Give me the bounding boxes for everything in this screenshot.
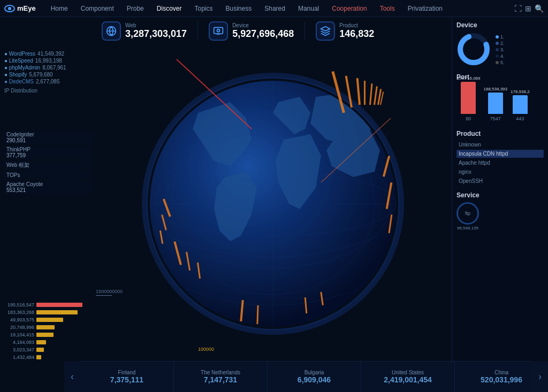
list-item: ● DedeCMS 2,677,085 — [4, 79, 94, 84]
bar-row: 4,164,083 — [2, 340, 83, 345]
product-label: Product — [339, 22, 374, 28]
navbar: mEye Home Component Probe Discover Topic… — [0, 0, 548, 17]
top-stats: Web 3,287,303,017 Device 5,927,696,468 — [0, 17, 548, 45]
device-icon — [209, 21, 228, 41]
globe-labels: CodeIgniter 290,591 ThinkPHP 377,759 Web… — [4, 131, 94, 194]
globe-label-thinkphp: ThinkPHP 377,759 — [4, 146, 94, 159]
stat-product: Product 146,832 — [305, 21, 385, 41]
nav-topics[interactable]: Topics — [188, 0, 219, 17]
bar-row: 3,023,347 — [2, 347, 83, 352]
country-item[interactable]: Finland 7,375,111 — [80, 362, 174, 392]
search-icon[interactable]: 🔍 — [535, 4, 544, 13]
nav-cooperation[interactable]: Cooperation — [325, 0, 373, 17]
product-icon — [316, 21, 335, 41]
cms-name: ● phpMyAdmin — [4, 65, 40, 71]
country-count: 7,375,111 — [110, 375, 143, 384]
nav-tools[interactable]: Tools — [374, 0, 401, 17]
ip-distribution-label: IP Distribution — [4, 88, 94, 94]
device-label: Device — [232, 22, 294, 28]
nav-manual[interactable]: Manual — [292, 0, 325, 17]
legend-item: 3. — [496, 47, 505, 52]
product-item-nginx[interactable]: nginx — [456, 168, 544, 176]
product-item-unknown[interactable]: Unknown — [456, 141, 544, 149]
scale-top: 1500000000 — [96, 289, 123, 294]
stat-device: Device 5,927,696,468 — [198, 21, 305, 41]
bar-fill — [36, 325, 55, 329]
bar-value: 1,432,484 — [2, 355, 34, 360]
svg-rect-14 — [356, 78, 360, 105]
product-list: Unknown Incapsula CDN httpd Apache httpd… — [456, 141, 544, 185]
bar-value: 19,104,415 — [2, 332, 34, 337]
right-panel: Device 1. 2. 3. 4. — [452, 17, 548, 392]
cms-list: ● WordPress 41,549,392 ● LiteSpeed 16,99… — [4, 51, 94, 86]
service-circle-count: 96,546,135 — [457, 226, 478, 230]
scale-markers: 1500000000 — [96, 289, 123, 296]
service-circle-ftp: ftp 96,546,135 — [456, 202, 479, 230]
globe-label-apache-coyote: Apache Coyote 553,521 — [4, 181, 94, 194]
expand-icon[interactable]: ⛶ — [514, 4, 522, 13]
port-val-7547: 188,538,393 — [484, 87, 508, 91]
port-section: Port 354,716,089 80 188,538,393 7547 178… — [456, 73, 544, 124]
country-item[interactable]: The Netherlands 7,147,731 — [174, 362, 268, 392]
nav-home[interactable]: Home — [44, 0, 74, 17]
legend-item: 5. — [496, 60, 505, 65]
list-item: ● phpMyAdmin 8,067,961 — [4, 65, 94, 71]
nav-items: Home Component Probe Discover Topics Bus… — [44, 0, 514, 17]
cms-count: 8,067,961 — [42, 65, 66, 71]
list-item: ● LiteSpeed 16,993,198 — [4, 58, 94, 64]
prev-country-button[interactable]: ‹ — [64, 361, 80, 392]
bar-fill — [36, 348, 44, 352]
nav-discover[interactable]: Discover — [150, 0, 188, 17]
bar-chart-left: 195,516,547 183,363,268 49,903,575 20,74… — [0, 302, 86, 360]
nav-probe[interactable]: Probe — [120, 0, 150, 17]
bar-value: 195,516,547 — [2, 302, 34, 308]
bar-fill — [36, 310, 78, 314]
svg-rect-1 — [214, 27, 223, 34]
bar-row: 183,363,268 — [2, 310, 83, 315]
product-item-openssh[interactable]: OpenSSH — [456, 177, 544, 185]
bar-fill — [36, 303, 82, 307]
country-count: 520,031,996 — [481, 375, 522, 384]
country-item[interactable]: United States 2,419,001,454 — [361, 362, 455, 392]
country-count: 6,909,046 — [298, 375, 331, 384]
service-section: Service ftp 96,546,135 — [456, 191, 544, 230]
next-country-button[interactable]: › — [532, 361, 548, 392]
cms-count: 5,679,680 — [29, 72, 53, 78]
country-item[interactable]: Bulgaria 6,909,046 — [268, 362, 361, 392]
port-val-443: 178,938,2 — [511, 89, 530, 94]
product-item-apache[interactable]: Apache httpd — [456, 159, 544, 167]
port-bar-443 — [513, 95, 528, 114]
bar-value: 183,363,268 — [2, 310, 34, 315]
cms-name: ● WordPress — [4, 51, 35, 57]
logo-icon — [4, 5, 15, 12]
grid-icon[interactable]: ⊞ — [525, 4, 531, 13]
nav-component[interactable]: Component — [74, 0, 120, 17]
bar-row: 19,104,415 — [2, 332, 83, 337]
product-value: 146,832 — [339, 28, 374, 40]
bar-value: 3,023,347 — [2, 347, 34, 352]
device-stat-info: Device 5,927,696,468 — [232, 22, 294, 40]
logo-text: mEye — [17, 4, 36, 12]
bar-value: 49,903,575 — [2, 317, 34, 322]
svg-rect-15 — [364, 81, 366, 105]
globe-svg — [134, 49, 412, 359]
nav-shared[interactable]: Shared — [258, 0, 292, 17]
cms-count: 41,549,392 — [37, 51, 64, 57]
product-section: Product Unknown Incapsula CDN httpd Apac… — [456, 130, 544, 185]
nav-icons: ⛶ ⊞ 🔍 — [514, 4, 544, 13]
country-name: Bulgaria — [305, 370, 324, 375]
port-label-80: 80 — [466, 116, 471, 121]
port-bar-col-443: 178,938,2 443 — [511, 89, 530, 121]
country-name: Finland — [118, 370, 136, 375]
globe-label-tops: TOPs — [4, 172, 94, 179]
product-item-incapsula[interactable]: Incapsula CDN httpd — [456, 150, 544, 158]
nav-privatization[interactable]: Privatization — [401, 0, 449, 17]
list-item: ● WordPress 41,549,392 — [4, 51, 94, 57]
svg-rect-17 — [374, 86, 378, 105]
port-label-443: 443 — [516, 116, 524, 121]
cms-name: ● DedeCMS — [4, 79, 34, 84]
nav-business[interactable]: Business — [219, 0, 258, 17]
port-chart: 354,716,089 80 188,538,393 7547 178,938,… — [456, 84, 544, 121]
bar-fill — [36, 355, 41, 359]
country-count: 2,419,001,454 — [384, 375, 432, 384]
